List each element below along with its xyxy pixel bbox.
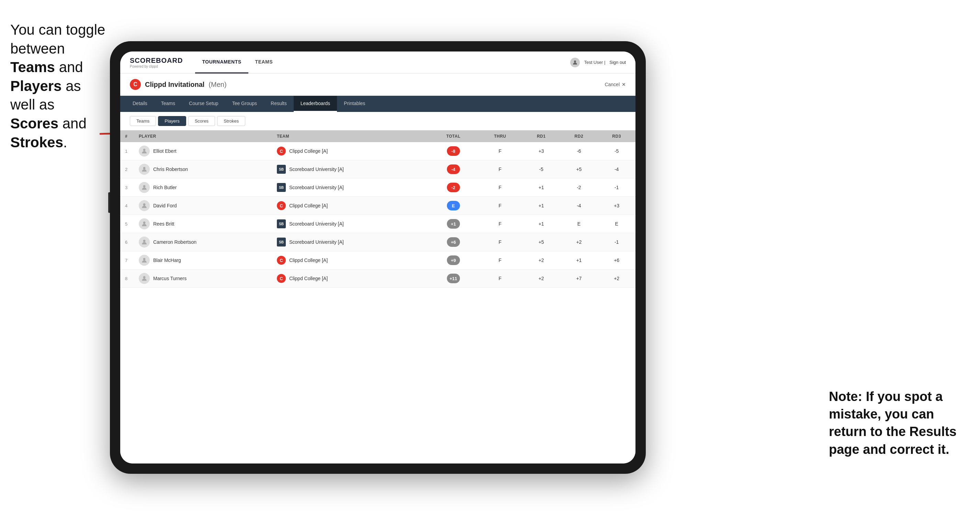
player-name: Marcus Turners — [153, 276, 186, 281]
logo-title: SCOREBOARD — [130, 57, 183, 65]
svg-point-6 — [143, 221, 146, 224]
cell-thru: F — [478, 233, 522, 251]
cell-rank: 1 — [120, 142, 134, 160]
player-avatar — [139, 164, 150, 175]
cell-team: SBScoreboard University [A] — [272, 179, 429, 197]
tab-printables[interactable]: Printables — [337, 96, 372, 112]
player-name: Cameron Robertson — [153, 239, 196, 245]
team-logo-c: C — [277, 147, 286, 156]
team-name: Clippd College [A] — [289, 203, 328, 208]
col-rd1: RD1 — [522, 130, 560, 142]
player-name: Chris Robertson — [153, 167, 188, 172]
tab-course-setup[interactable]: Course Setup — [182, 96, 225, 112]
cancel-button[interactable]: Cancel ✕ — [605, 82, 626, 87]
toggle-area: Teams Players Scores Strokes — [120, 112, 635, 130]
player-avatar — [139, 182, 150, 193]
cell-rd2: E — [560, 215, 598, 233]
team-logo-sb: SB — [277, 219, 286, 228]
cell-total: +1 — [429, 215, 478, 233]
toggle-scores[interactable]: Scores — [188, 116, 215, 126]
player-name: Rich Butler — [153, 185, 177, 190]
cell-rank: 2 — [120, 160, 134, 179]
leaderboard-table: # PLAYER TEAM TOTAL THRU RD1 RD2 RD3 1 E… — [120, 130, 635, 464]
svg-point-5 — [143, 203, 146, 206]
team-logo-sb: SB — [277, 183, 286, 192]
left-annotation: You can toggle between Teams and Players… — [10, 21, 107, 152]
toggle-strokes[interactable]: Strokes — [217, 116, 245, 126]
nav-link-teams[interactable]: TEAMS — [248, 51, 280, 73]
cell-rd1: -5 — [522, 160, 560, 179]
cell-rank: 3 — [120, 179, 134, 197]
cell-rd2: +5 — [560, 160, 598, 179]
tablet-frame: SCOREBOARD Powered by clippd TOURNAMENTS… — [110, 41, 646, 474]
team-name: Clippd College [A] — [289, 148, 328, 154]
score-badge: -4 — [447, 165, 460, 174]
tab-leaderboards[interactable]: Leaderboards — [294, 96, 337, 112]
score-badge: -8 — [447, 146, 460, 156]
score-badge: +9 — [447, 256, 460, 265]
team-logo-c: C — [277, 274, 286, 283]
cell-rd3: -1 — [598, 233, 635, 251]
cell-player: Chris Robertson — [134, 160, 272, 179]
cell-rd1: +1 — [522, 197, 560, 215]
table-header-row: # PLAYER TEAM TOTAL THRU RD1 RD2 RD3 — [120, 130, 635, 142]
cell-rd1: +1 — [522, 179, 560, 197]
table-row: 7 Blair McHarg CClippd College [A]+9F+2+… — [120, 251, 635, 270]
cell-total: E — [429, 197, 478, 215]
score-badge: +6 — [447, 237, 460, 247]
svg-point-3 — [143, 167, 146, 169]
cell-team: CClippd College [A] — [272, 251, 429, 270]
nav-links: TOURNAMENTS TEAMS — [195, 51, 570, 73]
cell-rd1: +5 — [522, 233, 560, 251]
tab-tee-groups[interactable]: Tee Groups — [225, 96, 264, 112]
cell-total: +6 — [429, 233, 478, 251]
cell-team: SBScoreboard University [A] — [272, 233, 429, 251]
cell-thru: F — [478, 251, 522, 270]
team-name: Scoreboard University [A] — [289, 167, 344, 172]
col-team: TEAM — [272, 130, 429, 142]
cell-thru: F — [478, 160, 522, 179]
nav-link-tournaments[interactable]: TOURNAMENTS — [195, 51, 248, 73]
cell-team: CClippd College [A] — [272, 142, 429, 160]
toggle-players[interactable]: Players — [158, 116, 186, 126]
score-badge: -2 — [447, 183, 460, 192]
cell-rd3: +6 — [598, 251, 635, 270]
tab-results[interactable]: Results — [264, 96, 294, 112]
svg-point-8 — [143, 258, 146, 260]
cell-player: Blair McHarg — [134, 251, 272, 270]
col-rd3: RD3 — [598, 130, 635, 142]
cell-thru: F — [478, 197, 522, 215]
player-avatar — [139, 146, 150, 157]
tab-details[interactable]: Details — [126, 96, 154, 112]
nav-right: Test User | Sign out — [570, 58, 626, 67]
cell-rd3: +3 — [598, 197, 635, 215]
cell-rank: 5 — [120, 215, 134, 233]
cell-player: Elliot Ebert — [134, 142, 272, 160]
cell-rank: 8 — [120, 270, 134, 288]
cell-rd2: +1 — [560, 251, 598, 270]
svg-point-1 — [574, 60, 576, 62]
score-badge: +11 — [447, 274, 460, 283]
cell-player: Rees Britt — [134, 215, 272, 233]
col-player: PLAYER — [134, 130, 272, 142]
tournament-title: C Clippd Invitational (Men) — [130, 79, 227, 90]
cell-rd1: +1 — [522, 215, 560, 233]
logo-subtitle: Powered by clippd — [130, 65, 183, 68]
sign-out-link[interactable]: Sign out — [609, 60, 626, 65]
cell-rd1: +2 — [522, 251, 560, 270]
player-name: Rees Britt — [153, 221, 174, 227]
team-name: Scoreboard University [A] — [289, 239, 344, 245]
team-name: Scoreboard University [A] — [289, 185, 344, 190]
svg-point-2 — [143, 149, 146, 151]
user-name: Test User | — [584, 60, 605, 65]
cell-thru: F — [478, 142, 522, 160]
toggle-teams[interactable]: Teams — [130, 116, 156, 126]
cell-rank: 6 — [120, 233, 134, 251]
team-name: Scoreboard University [A] — [289, 221, 344, 227]
tournament-logo: C — [130, 79, 141, 90]
cell-player: Rich Butler — [134, 179, 272, 197]
cell-rd1: +3 — [522, 142, 560, 160]
tab-teams[interactable]: Teams — [154, 96, 182, 112]
cell-player: Cameron Robertson — [134, 233, 272, 251]
tablet-screen: SCOREBOARD Powered by clippd TOURNAMENTS… — [120, 51, 635, 464]
